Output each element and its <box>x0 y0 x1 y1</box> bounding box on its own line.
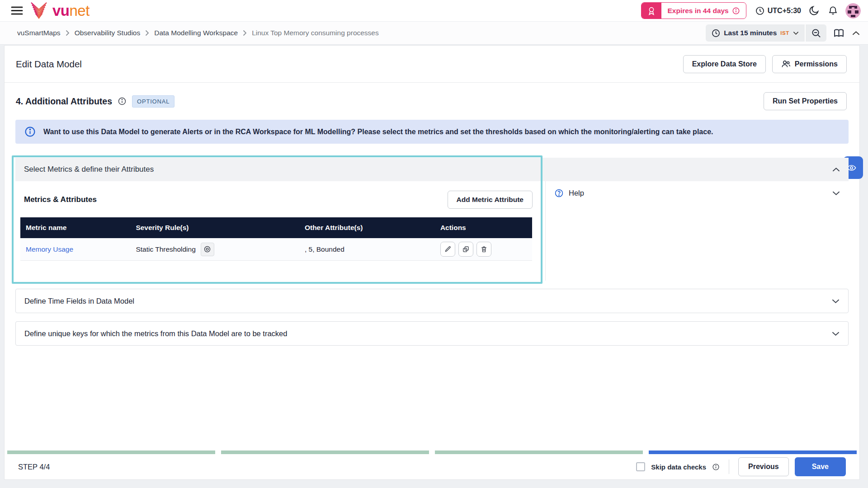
eye-icon <box>203 245 211 253</box>
select-metrics-section-title: Select Metrics & define their Attributes <box>24 165 154 174</box>
page-title: Edit Data Model <box>16 59 82 70</box>
permissions-button[interactable]: Permissions <box>772 55 847 73</box>
breadcrumb-item-current-page: Linux Top Memory consuming processes <box>252 29 379 37</box>
license-expiry-label: Expires in 44 days <box>667 7 728 15</box>
pencil-icon <box>444 245 452 253</box>
chevron-down-icon[interactable] <box>832 299 840 304</box>
select-metrics-section: Select Metrics & define their Attributes… <box>15 158 849 281</box>
other-attributes-value: , 5, Bounded <box>305 245 344 253</box>
breadcrumb: vuSmartMaps Observability Studios Data M… <box>17 29 379 37</box>
chevron-down-icon <box>793 31 799 35</box>
optional-badge: OPTIONAL <box>132 95 175 108</box>
delete-metric-button[interactable] <box>476 242 491 257</box>
edit-data-model-card: Edit Data Model Explore Data Store Permi… <box>4 45 860 480</box>
copy-icon <box>462 245 470 253</box>
table-row: Memory Usage Static Thresholding <box>20 238 532 261</box>
zoom-out-time-button[interactable] <box>806 24 826 42</box>
time-range-control: Last 15 minutes IST <box>706 24 826 42</box>
breadcrumb-bar: vuSmartMaps Observability Studios Data M… <box>0 22 868 45</box>
vunet-logo[interactable]: vunet <box>30 2 90 19</box>
users-icon <box>781 60 791 68</box>
step-info-icon[interactable] <box>118 97 127 106</box>
help-label: Help <box>569 189 584 197</box>
previous-button[interactable]: Previous <box>738 457 789 476</box>
step-progress-bar <box>5 450 859 454</box>
time-range-label: Last 15 minutes <box>724 29 777 37</box>
book-open-icon <box>833 28 844 39</box>
step-indicator: STEP 4/4 <box>18 463 50 471</box>
metrics-attributes-panel: Metrics & Attributes Add Metric Attribut… <box>15 181 545 281</box>
vunet-chevron-icon <box>30 2 48 19</box>
chevron-right-icon <box>66 30 70 36</box>
add-metric-attribute-button[interactable]: Add Metric Attribute <box>448 191 533 209</box>
clock-icon <box>712 29 720 38</box>
explore-data-store-button[interactable]: Explore Data Store <box>683 55 766 73</box>
help-accordion[interactable]: Help <box>546 181 849 205</box>
chevron-right-icon <box>243 30 247 36</box>
collapse-breadcrumb-button[interactable] <box>851 30 861 37</box>
chevron-up-icon[interactable] <box>832 167 840 172</box>
skip-data-checks-info-icon[interactable] <box>712 463 720 471</box>
define-time-fields-label: Define Time Fields in Data Model <box>24 297 134 305</box>
docs-button[interactable] <box>832 27 845 40</box>
run-set-properties-button[interactable]: Run Set Properties <box>764 92 847 110</box>
hamburger-menu-icon[interactable] <box>10 4 24 18</box>
define-time-fields-panel[interactable]: Define Time Fields in Data Model <box>15 289 849 313</box>
zoom-out-icon <box>811 28 821 38</box>
license-info-icon[interactable] <box>732 7 740 15</box>
chevron-up-icon <box>852 31 860 36</box>
column-actions: Actions <box>435 217 532 238</box>
metrics-attributes-title: Metrics & Attributes <box>24 195 97 204</box>
license-expiry-badge[interactable]: Expires in 44 days <box>641 2 746 19</box>
page-header: Edit Data Model Explore Data Store Permi… <box>5 46 859 83</box>
wizard-footer: STEP 4/4 Skip data checks Previous Save <box>5 450 859 479</box>
column-metric-name: Metric name <box>20 217 130 238</box>
award-ribbon-icon <box>642 3 661 19</box>
define-unique-keys-panel[interactable]: Define unique keys for which the metrics… <box>15 321 849 346</box>
help-panel: Help <box>545 181 849 281</box>
edit-metric-button[interactable] <box>440 242 455 257</box>
save-label: Save <box>812 463 829 470</box>
notifications-button[interactable] <box>827 5 839 17</box>
metrics-table: Metric name Severity Rule(s) Other Attri… <box>20 217 532 261</box>
breadcrumb-item-observability-studios[interactable]: Observability Studios <box>75 29 141 37</box>
duplicate-metric-button[interactable] <box>458 242 473 257</box>
metrics-table-header-row: Metric name Severity Rule(s) Other Attri… <box>20 217 532 238</box>
clock-icon <box>755 6 764 15</box>
bell-icon <box>828 5 838 16</box>
timezone-indicator[interactable]: UTC+5:30 <box>755 6 801 15</box>
progress-segment-1 <box>7 450 215 454</box>
info-banner: Want to use this Data Model to generate … <box>15 120 849 144</box>
progress-segment-4-active <box>649 450 857 454</box>
breadcrumb-item-vusmartmaps[interactable]: vuSmartMaps <box>17 29 61 37</box>
skip-data-checks-checkbox[interactable] <box>636 462 645 471</box>
question-circle-icon <box>554 188 564 198</box>
time-range-timezone: IST <box>780 30 789 36</box>
step-heading: 4. Additional Attributes <box>16 96 112 107</box>
run-set-properties-label: Run Set Properties <box>773 97 838 105</box>
top-bar: vunet Expires in 44 days UTC+5:30 <box>0 0 868 22</box>
progress-segment-2 <box>221 450 429 454</box>
chevron-down-icon[interactable] <box>832 331 840 336</box>
user-avatar[interactable] <box>845 3 861 19</box>
timezone-label: UTC+5:30 <box>768 7 801 15</box>
chevron-right-icon <box>145 30 149 36</box>
severity-rule-value: Static Thresholding <box>136 245 195 253</box>
trash-icon <box>480 245 488 253</box>
brand-wordmark: vunet <box>52 3 90 18</box>
explore-data-store-label: Explore Data Store <box>692 60 757 68</box>
time-range-picker[interactable]: Last 15 minutes IST <box>706 29 805 38</box>
view-severity-rule-button[interactable] <box>201 243 214 256</box>
previous-label: Previous <box>748 463 779 471</box>
save-button[interactable]: Save <box>795 457 846 476</box>
column-other-attributes: Other Attribute(s) <box>299 217 435 238</box>
step-header: 4. Additional Attributes OPTIONAL Run Se… <box>5 83 859 110</box>
select-metrics-section-header[interactable]: Select Metrics & define their Attributes <box>15 158 849 181</box>
metric-name-link[interactable]: Memory Usage <box>26 245 73 253</box>
define-unique-keys-label: Define unique keys for which the metrics… <box>24 329 287 338</box>
breadcrumb-item-data-modelling-workspace[interactable]: Data Modelling Workspace <box>154 29 238 37</box>
skip-data-checks-label: Skip data checks <box>651 463 706 471</box>
dark-mode-toggle[interactable] <box>807 4 821 17</box>
moon-icon <box>808 5 820 16</box>
chevron-down-icon[interactable] <box>832 191 840 196</box>
